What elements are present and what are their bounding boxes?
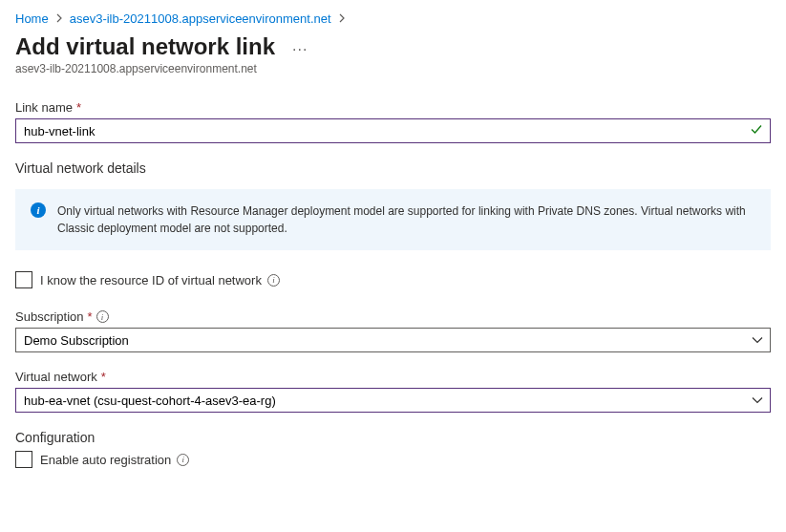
configuration-header: Configuration [15,430,771,445]
link-name-input[interactable] [15,118,771,143]
subscription-label: Subscription * i [15,309,771,324]
breadcrumb: Home asev3-ilb-20211008.appserviceenviro… [15,11,771,26]
info-help-icon[interactable]: i [177,454,189,466]
required-indicator: * [88,309,93,324]
subscription-select[interactable]: Demo Subscription [15,328,771,352]
auto-registration-label: Enable auto registration [40,453,171,467]
more-actions-button[interactable]: ··· [292,41,308,58]
know-resource-id-checkbox[interactable] [15,271,32,288]
vnet-details-header: Virtual network details [15,160,771,176]
info-message: Only virtual networks with Resource Mana… [57,202,755,237]
page-subtitle: asev3-ilb-20211008.appserviceenvironment… [15,62,771,75]
virtual-network-label: Virtual network * [15,370,771,384]
info-help-icon[interactable]: i [267,274,280,287]
virtual-network-select[interactable]: hub-ea-vnet (csu-quest-cohort-4-asev3-ea… [15,388,771,413]
page-title: Add virtual network link [15,33,275,60]
breadcrumb-parent[interactable]: asev3-ilb-20211008.appserviceenvironment… [70,11,331,26]
know-resource-id-label: I know the resource ID of virtual networ… [40,273,262,287]
link-name-label: Link name * [15,100,771,115]
info-icon: i [31,202,46,218]
required-indicator: * [101,370,106,384]
info-banner: i Only virtual networks with Resource Ma… [15,189,771,250]
valid-check-icon [750,123,763,139]
required-indicator: * [76,100,81,115]
breadcrumb-separator [339,11,345,26]
breadcrumb-home[interactable]: Home [15,11,49,26]
auto-registration-checkbox[interactable] [15,451,32,468]
info-help-icon[interactable]: i [96,310,109,323]
breadcrumb-separator [56,11,62,26]
